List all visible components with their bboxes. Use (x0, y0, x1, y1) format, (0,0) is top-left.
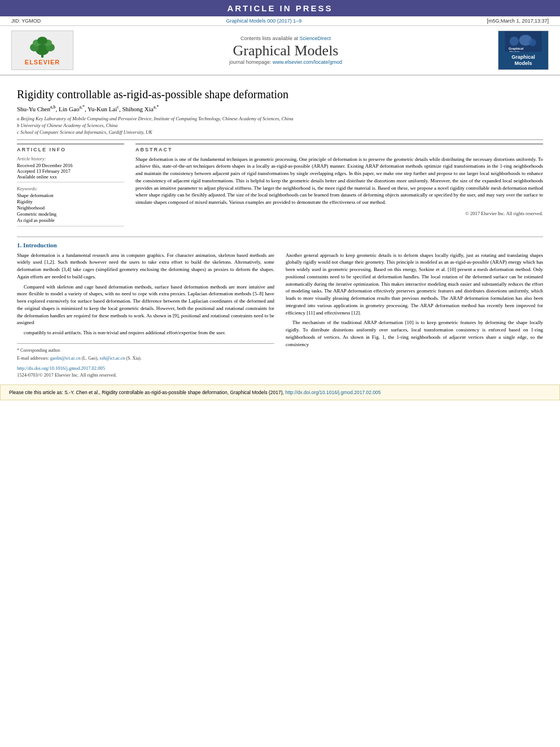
volume-link[interactable]: Graphical Models 000 (2017) 1–9 (226, 18, 302, 24)
history-label: Article history: (17, 156, 124, 161)
body-col-right: Another general approach to keep geometr… (286, 252, 543, 379)
author2: Lin Gaoa,*, (59, 106, 88, 112)
intro-p1: Shape deformation is a fundamental resea… (17, 252, 274, 281)
abstract-title: ABSTRACT (135, 143, 543, 152)
svg-point-6 (37, 37, 47, 45)
affil2: b University of Chinese Academy of Scien… (17, 123, 543, 128)
article-in-press-banner: ARTICLE IN PRESS (0, 0, 560, 16)
footnote-area: * Corresponding author. E-mail addresses… (17, 343, 274, 361)
available-date: Available online xxx (17, 174, 124, 180)
jid-line: JID: YGMOD Graphical Models 000 (2017) 1… (0, 16, 560, 26)
article-title: Rigidity controllable as-rigid-as-possib… (17, 88, 543, 101)
elsevier-logo: ELSEVIER (11, 30, 73, 70)
email-label: E-mail addresses: (17, 356, 50, 361)
email-footnote: E-mail addresses: gaolin@ict.ac.cn (L. G… (17, 355, 274, 362)
contents-list-label: Contents lists available at (240, 36, 300, 41)
issn-line: 1524-0703/© 2017 Elsevier Inc. All right… (17, 372, 117, 378)
accepted-date: Accepted 13 February 2017 (17, 168, 124, 174)
keyword-1: Shape deformation (17, 193, 124, 198)
journal-logo-text: GraphicalModels (509, 52, 537, 69)
affiliations: a Beijing Key Laboratory of Mobile Compu… (17, 116, 543, 135)
section-divider (17, 139, 543, 140)
body-col-left: Shape deformation is a fundamental resea… (17, 252, 274, 379)
email2-link[interactable]: xsh@ict.ac.cn (99, 356, 125, 361)
homepage-link[interactable]: www.elsevier.com/locate/gmod (273, 59, 342, 65)
keywords-section: Keywords: Shape deformation Rigidity Nei… (17, 186, 124, 226)
journal-homepage: journal homepage: www.elsevier.com/locat… (79, 59, 492, 65)
author1: Shu-Yu Chena,b, (17, 106, 59, 112)
sciencedirect-link[interactable]: ScienceDirect (300, 36, 331, 41)
jid-right: [m5G;March 1, 2017;13:37] (487, 18, 549, 24)
intro-right-p1: Another general approach to keep geometr… (286, 252, 543, 317)
corresponding-author-note: * Corresponding author. (17, 347, 274, 354)
article-info-title: ARTICLE INFO (17, 143, 124, 152)
keyword-3: Neighborhood (17, 205, 124, 211)
received-date: Received 20 December 2016 (17, 163, 124, 168)
article-history: Article history: Received 20 December 20… (17, 156, 124, 182)
body-two-columns: Shape deformation is a fundamental resea… (17, 252, 543, 379)
journal-center-info: Contents lists available at ScienceDirec… (73, 36, 498, 65)
svg-point-8 (510, 37, 519, 46)
keyword-2: Rigidity (17, 199, 124, 204)
keyword-4: Geometric modeling (17, 211, 124, 217)
affil1: a Beijing Key Laboratory of Mobile Compu… (17, 116, 543, 121)
footer-citation-box: Please cite this article as: S.-Y. Chen … (0, 385, 560, 400)
jid-left: JID: YGMOD (11, 18, 41, 24)
section-heading-intro: 1. Introduction (17, 242, 543, 248)
info-abstract-section: ARTICLE INFO Article history: Received 2… (17, 143, 543, 230)
keyword-5: As rigid as possible (17, 217, 124, 223)
copyright-line: © 2017 Elsevier Inc. All rights reserved… (135, 211, 543, 216)
abstract-text: Shape deformation is one of the fundamen… (135, 156, 543, 206)
affil3: c School of Computer Science and Informa… (17, 129, 543, 135)
citation-text: Please cite this article as: S.-Y. Chen … (9, 390, 284, 395)
journal-header: ELSEVIER Contents lists available at Sci… (0, 26, 560, 76)
introduction-section: 1. Introduction Shape deformation is a f… (17, 237, 543, 379)
email1-link[interactable]: gaolin@ict.ac.cn (50, 356, 81, 361)
article-content: Rigidity controllable as-rigid-as-possib… (0, 76, 560, 385)
article-info-panel: ARTICLE INFO Article history: Received 2… (17, 143, 124, 230)
citation-doi-link[interactable]: http://dx.doi.org/10.1016/j.gmod.2017.02… (285, 390, 380, 395)
journal-logo-box: Graphical Models GraphicalModels (498, 30, 549, 70)
intro-p3: compatibly to avoid artifacts. This is n… (17, 329, 274, 337)
keywords-label: Keywords: (17, 186, 124, 191)
svg-text:Graphical: Graphical (509, 47, 524, 50)
abstract-panel: ABSTRACT Shape deformation is one of the… (135, 143, 543, 230)
author3: Yu-Kun Laic, (88, 106, 122, 112)
bottom-links: http://dx.doi.org/10.1016/j.gmod.2017.02… (17, 365, 274, 379)
keywords-list: Shape deformation Rigidity Neighborhood … (17, 193, 124, 223)
journal-title: Graphical Models (79, 42, 492, 59)
authors-line: Shu-Yu Chena,b, Lin Gaoa,*, Yu-Kun Laic,… (17, 104, 543, 112)
doi-link[interactable]: http://dx.doi.org/10.1016/j.gmod.2017.02… (17, 365, 274, 372)
author4: Shihong Xiaa,* (122, 106, 159, 112)
email2-name: (S. Xia). (126, 356, 141, 361)
intro-right-p2: The mechanism of the traditional ARAP de… (286, 319, 543, 348)
email1-name: (L. Gao), (82, 356, 99, 361)
svg-point-10 (529, 39, 536, 46)
intro-p2: Compared with skeleton and cage based de… (17, 283, 274, 327)
